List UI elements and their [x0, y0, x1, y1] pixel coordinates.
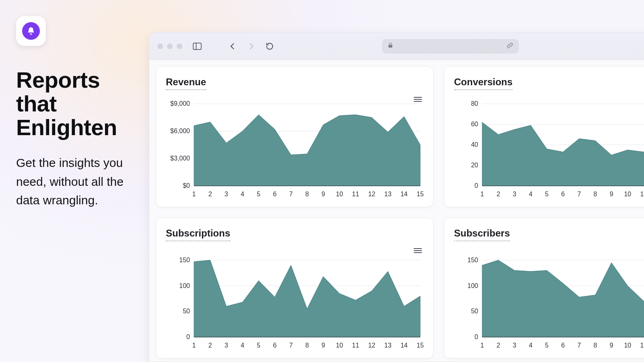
svg-text:50: 50 — [183, 308, 190, 315]
svg-text:15: 15 — [417, 342, 423, 349]
card-title: Subscribers — [454, 228, 510, 241]
svg-text:4: 4 — [529, 342, 533, 349]
svg-text:60: 60 — [471, 121, 478, 128]
svg-text:4: 4 — [241, 342, 244, 349]
svg-text:100: 100 — [467, 282, 478, 289]
svg-text:10: 10 — [336, 342, 343, 349]
bell-icon — [22, 22, 40, 40]
dashboard-content: Revenue $0$3,000$6,000$9,000123456789101… — [149, 60, 644, 362]
svg-text:3: 3 — [225, 342, 228, 349]
svg-text:9: 9 — [610, 191, 613, 197]
revenue-chart: $0$3,000$6,000$9,00012345678910111213141… — [166, 99, 423, 200]
svg-text:2: 2 — [208, 342, 212, 349]
card-grid: Revenue $0$3,000$6,000$9,000123456789101… — [156, 66, 644, 358]
svg-text:0: 0 — [186, 333, 190, 340]
svg-text:12: 12 — [368, 342, 376, 349]
traffic-lights — [157, 43, 182, 49]
svg-text:11: 11 — [640, 191, 644, 197]
svg-text:80: 80 — [471, 100, 478, 107]
close-dot[interactable] — [157, 43, 163, 49]
svg-text:9: 9 — [322, 342, 325, 349]
svg-text:1: 1 — [192, 191, 196, 197]
svg-text:2: 2 — [497, 191, 500, 197]
subscribers-card: Subscribers 0501001501234567891011121314… — [444, 218, 644, 358]
app-logo-tile — [16, 16, 46, 46]
link-icon — [507, 42, 513, 50]
svg-text:$3,000: $3,000 — [170, 155, 190, 162]
svg-text:3: 3 — [513, 191, 516, 197]
forward-icon[interactable] — [244, 39, 258, 53]
minimize-dot[interactable] — [167, 43, 173, 49]
svg-rect-0 — [193, 43, 201, 49]
svg-text:11: 11 — [640, 342, 644, 349]
svg-text:1: 1 — [192, 342, 196, 349]
svg-text:12: 12 — [368, 191, 376, 197]
address-bar[interactable] — [382, 39, 519, 53]
svg-text:3: 3 — [225, 191, 228, 197]
svg-text:1: 1 — [481, 191, 484, 197]
conversions-chart: 020406080123456789101112131415 — [454, 99, 644, 200]
zoom-dot[interactable] — [177, 43, 182, 49]
svg-text:1: 1 — [481, 342, 484, 349]
svg-text:0: 0 — [475, 182, 478, 189]
svg-text:14: 14 — [400, 342, 408, 349]
back-icon[interactable] — [226, 39, 239, 53]
svg-text:14: 14 — [400, 191, 408, 197]
svg-text:13: 13 — [384, 342, 392, 349]
card-title: Revenue — [166, 76, 206, 90]
svg-text:6: 6 — [561, 342, 565, 349]
subscriptions-chart: 050100150123456789101112131415 — [166, 250, 423, 351]
svg-text:10: 10 — [624, 191, 631, 197]
svg-text:$0: $0 — [183, 182, 190, 189]
hero-headline: Reports that Enlighten — [16, 68, 137, 139]
browser-window: Revenue $0$3,000$6,000$9,000123456789101… — [149, 32, 644, 362]
svg-text:9: 9 — [610, 342, 613, 349]
svg-text:8: 8 — [594, 342, 597, 349]
svg-text:4: 4 — [241, 191, 244, 197]
svg-text:20: 20 — [471, 162, 478, 169]
svg-text:9: 9 — [322, 191, 325, 197]
svg-text:3: 3 — [513, 342, 516, 349]
svg-text:11: 11 — [352, 191, 359, 197]
conversions-card: Conversions 0204060801234567891011121314… — [444, 66, 644, 207]
subscribers-chart: 050100150123456789101112131415 — [454, 250, 644, 351]
svg-text:150: 150 — [467, 257, 478, 263]
svg-text:150: 150 — [179, 257, 190, 263]
svg-text:100: 100 — [179, 282, 190, 289]
svg-text:5: 5 — [545, 342, 549, 349]
card-title: Subscriptions — [166, 228, 230, 241]
svg-text:6: 6 — [273, 342, 277, 349]
revenue-card: Revenue $0$3,000$6,000$9,000123456789101… — [156, 66, 433, 207]
svg-text:2: 2 — [208, 191, 212, 197]
subscriptions-card: Subscriptions 05010015012345678910111213… — [156, 218, 433, 358]
card-title: Conversions — [454, 76, 512, 90]
svg-text:8: 8 — [305, 342, 309, 349]
svg-text:11: 11 — [352, 342, 359, 349]
svg-text:5: 5 — [545, 191, 549, 197]
svg-text:13: 13 — [384, 191, 392, 197]
hero-subhead: Get the insights you need, without all t… — [16, 154, 137, 210]
svg-text:$6,000: $6,000 — [170, 128, 190, 134]
reload-icon[interactable] — [263, 39, 277, 53]
svg-text:50: 50 — [471, 308, 478, 315]
svg-text:10: 10 — [624, 342, 631, 349]
hero-section: Reports that Enlighten Get the insights … — [16, 16, 137, 210]
browser-chrome — [149, 33, 644, 60]
svg-text:6: 6 — [561, 191, 565, 197]
svg-text:6: 6 — [273, 191, 277, 197]
svg-text:8: 8 — [305, 191, 309, 197]
svg-text:7: 7 — [577, 342, 581, 349]
svg-text:0: 0 — [475, 333, 478, 340]
svg-text:8: 8 — [594, 191, 597, 197]
svg-text:7: 7 — [289, 342, 293, 349]
svg-text:5: 5 — [257, 342, 260, 349]
svg-text:7: 7 — [577, 191, 581, 197]
svg-text:4: 4 — [529, 191, 533, 197]
svg-text:$9,000: $9,000 — [170, 100, 190, 107]
svg-text:40: 40 — [471, 141, 478, 148]
sidebar-toggle-icon[interactable] — [190, 39, 204, 53]
svg-text:2: 2 — [497, 342, 500, 349]
svg-text:10: 10 — [336, 191, 343, 197]
svg-text:5: 5 — [257, 191, 260, 197]
svg-text:15: 15 — [417, 191, 423, 197]
